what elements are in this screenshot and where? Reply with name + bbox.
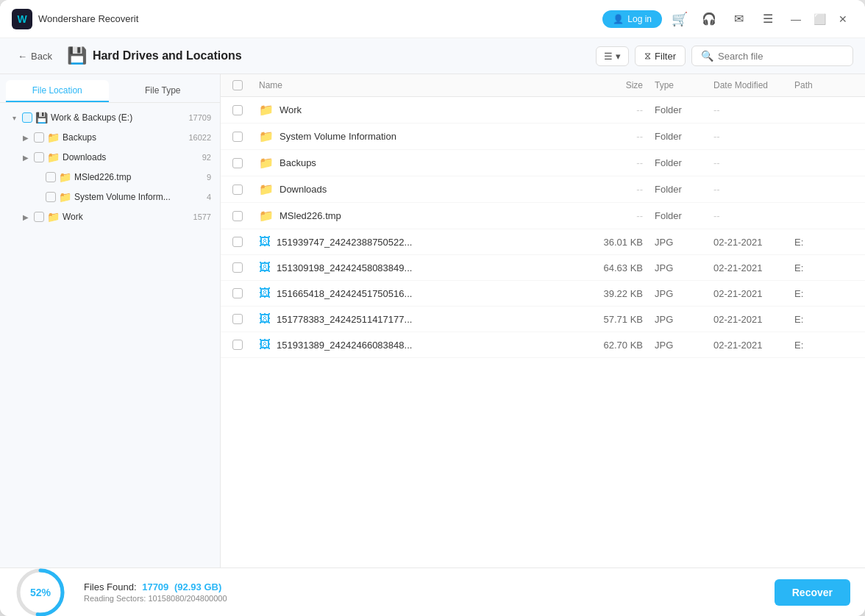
files-found-label: Files Found:	[84, 581, 137, 592]
back-button[interactable]: ← Back	[12, 48, 58, 65]
bottom-bar: 52% ⏸ ⏹ Files Found: 17709 (92.93 GB) Re…	[0, 567, 865, 616]
table-row[interactable]: 📁 Work -- Folder --	[221, 97, 865, 123]
search-icon: 🔍	[701, 50, 713, 62]
table-row[interactable]: 🖼 151778383_24242511417177... 57.71 KB J…	[221, 307, 865, 332]
tree-checkbox-sysvolinfo[interactable]	[46, 192, 56, 202]
tab-file-location[interactable]: File Location	[6, 80, 109, 102]
title-bar: W Wondershare Recoverit 👤 Log in 🛒 🎧 ✉ ☰…	[0, 0, 865, 38]
row-checkbox[interactable]	[232, 185, 243, 195]
cart-button[interactable]: 🛒	[668, 7, 691, 31]
table-row[interactable]: 📁 MSled226.tmp -- Folder --	[221, 203, 865, 229]
app-logo: W	[12, 9, 32, 29]
login-button[interactable]: 👤 Log in	[602, 10, 662, 28]
tree-item-downloads[interactable]: ▶ 📁 Downloads 92	[3, 148, 217, 167]
filter-icon: ⧖	[644, 50, 651, 62]
tree-label-backups: Backups	[63, 132, 185, 143]
file-name: 151931389_24242466083848...	[277, 340, 588, 351]
hard-drive-icon: 💾	[67, 46, 87, 65]
tree-item-msled226[interactable]: 📁 MSled226.tmp 9	[3, 168, 217, 187]
file-type: Folder	[655, 131, 713, 142]
tree-item-backups[interactable]: ▶ 📁 Backups 16022	[3, 128, 217, 147]
recover-button[interactable]: Recover	[775, 579, 850, 606]
file-size: --	[588, 131, 655, 142]
row-checkbox[interactable]	[232, 340, 243, 350]
search-box: 🔍	[691, 46, 853, 66]
toolbar: ← Back 💾 Hard Drives and Locations ☰ ▾ ⧖…	[0, 38, 865, 74]
table-row[interactable]: 🖼 151309198_24242458083849... 64.63 KB J…	[221, 255, 865, 281]
filter-button[interactable]: ⧖ Filter	[635, 46, 686, 66]
file-path: E:	[794, 340, 853, 351]
table-row[interactable]: 📁 Backups -- Folder --	[221, 150, 865, 176]
row-checkbox[interactable]	[232, 237, 243, 247]
row-checkbox[interactable]	[232, 314, 243, 324]
file-size: --	[588, 104, 655, 115]
table-row[interactable]: 📁 Downloads -- Folder --	[221, 176, 865, 203]
file-path: E:	[794, 262, 853, 273]
tree-count-sysvolinfo: 4	[207, 193, 211, 201]
back-arrow-icon: ←	[18, 51, 27, 62]
file-date: --	[713, 184, 794, 195]
tree-checkbox-backups[interactable]	[34, 132, 44, 143]
files-found-text: Files Found: 17709 (92.93 GB)	[84, 581, 227, 592]
user-icon: 👤	[613, 14, 624, 24]
reading-sectors: Reading Sectors: 10158080/204800000	[84, 594, 227, 603]
close-button[interactable]: ✕	[833, 9, 853, 29]
file-name: 151309198_24242458083849...	[277, 262, 588, 273]
chevron-right-icon: ▶	[21, 132, 31, 143]
select-all-checkbox[interactable]	[232, 80, 243, 90]
tree-checkbox-msled226[interactable]	[46, 172, 56, 182]
menu-button[interactable]: ☰	[756, 7, 780, 31]
title-bar-left: W Wondershare Recoverit	[12, 9, 138, 29]
table-row[interactable]: 📁 System Volume Information -- Folder --	[221, 123, 865, 150]
drive-icon: 💾	[35, 112, 48, 123]
table-row[interactable]: 🖼 151939747_24242388750522... 36.01 KB J…	[221, 229, 865, 255]
file-date: 02-21-2021	[713, 262, 794, 273]
progress-label: 52%	[30, 587, 51, 598]
row-checkbox[interactable]	[232, 288, 243, 298]
back-label: Back	[31, 51, 52, 62]
minimize-button[interactable]: —	[786, 9, 806, 29]
tree-label-work-backups: Work & Backups (E:)	[51, 112, 185, 123]
sidebar: File Location File Type ▾ 💾 Work & Backu…	[0, 74, 221, 567]
tree-label-work: Work	[63, 212, 191, 222]
mail-button[interactable]: ✉	[727, 7, 750, 31]
row-checkbox[interactable]	[232, 211, 243, 221]
tree-checkbox-work-backups[interactable]	[22, 112, 32, 123]
file-size: --	[588, 184, 655, 195]
view-button[interactable]: ☰ ▾	[596, 46, 629, 66]
status-info: Files Found: 17709 (92.93 GB) Reading Se…	[78, 581, 227, 603]
row-checkbox[interactable]	[232, 105, 243, 115]
tree-checkbox-work[interactable]	[34, 212, 44, 222]
view-icon: ☰	[604, 51, 613, 62]
tree-item-sysvolinfo[interactable]: 📁 System Volume Inform... 4	[3, 187, 217, 207]
file-date: 02-21-2021	[713, 314, 794, 325]
table-row[interactable]: 🖼 151665418_24242451750516... 39.22 KB J…	[221, 281, 865, 307]
tree-item-work[interactable]: ▶ 📁 Work 1577	[3, 207, 217, 226]
chevron-right-icon: ▶	[21, 212, 31, 222]
file-type: Folder	[655, 184, 713, 195]
file-date: 02-21-2021	[713, 340, 794, 351]
table-row[interactable]: 🖼 151931389_24242466083848... 62.70 KB J…	[221, 332, 865, 358]
search-input[interactable]	[718, 51, 844, 62]
file-type: JPG	[655, 340, 713, 351]
file-name: Backups	[280, 157, 588, 168]
folder-icon: 📁	[259, 129, 274, 143]
tree-checkbox-downloads[interactable]	[34, 152, 44, 162]
app-name: Wondershare Recoverit	[38, 13, 138, 24]
row-checkbox[interactable]	[232, 262, 243, 273]
folder-icon: 📁	[59, 191, 71, 203]
file-name: 151665418_24242451750516...	[277, 288, 588, 299]
app-window: W Wondershare Recoverit 👤 Log in 🛒 🎧 ✉ ☰…	[0, 0, 865, 616]
col-header-type: Type	[655, 80, 713, 90]
file-date: --	[713, 104, 794, 115]
window-controls: — ⬜ ✕	[786, 9, 853, 29]
chevron-right-icon: ▶	[21, 152, 31, 162]
headset-button[interactable]: 🎧	[697, 7, 721, 31]
row-checkbox[interactable]	[232, 132, 243, 142]
tab-file-type[interactable]: File Type	[112, 80, 215, 102]
row-checkbox[interactable]	[232, 158, 243, 168]
maximize-button[interactable]: ⬜	[809, 9, 830, 29]
tree-item-work-backups[interactable]: ▾ 💾 Work & Backups (E:) 17709	[3, 108, 217, 127]
tree-count-work-backups: 17709	[188, 113, 211, 122]
folder-icon: 📁	[259, 182, 274, 196]
